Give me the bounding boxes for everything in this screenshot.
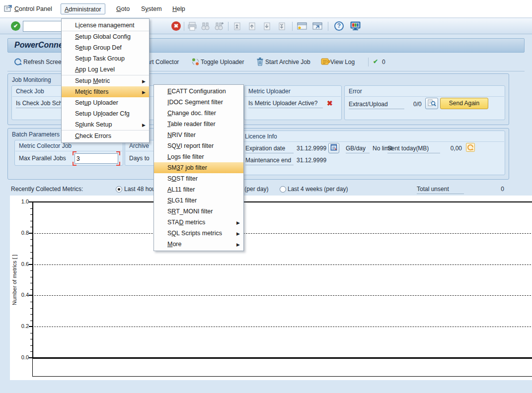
cancel-x-icon[interactable]: ✖ [171,21,181,31]
expiration-date-value: 31.12.9999 [297,145,326,152]
y-minor-tick [30,227,33,227]
focus-corner [73,162,76,166]
sent-refresh-icon[interactable] [466,143,475,153]
menu-item-ecatt-configuration[interactable]: ECATT Configuration [154,86,243,97]
enter-check-icon[interactable]: ✔ [11,21,20,31]
gridline [34,264,531,265]
group-divider [245,96,341,97]
menu-item-setup-metric[interactable]: Setup Metric▶ [62,75,149,86]
menubar-item-system[interactable]: System [138,3,165,14]
create-shortcut-icon[interactable] [312,22,323,32]
gridline [34,327,531,327]
y-minor-tick [30,239,33,240]
max-parallel-jobs-field-focus [75,153,118,164]
menu-item-setup-global-config[interactable]: Setup Global Config [62,31,149,42]
y-minor-tick [30,252,33,253]
refresh-icon[interactable] [14,58,22,67]
submenu-arrow-icon: ▶ [236,217,240,228]
error-group: Error Extract/Upload 0/0 Send Again [344,85,505,120]
menu-item-change-doc-filter[interactable]: Change doc. filter [154,108,243,119]
toolbar-separator [328,22,328,31]
menu-item-stad-metrics[interactable]: STAD metrics▶ [154,217,243,228]
menu-item-sm37-job-filter[interactable]: SM37 job filter [154,162,243,173]
radio-last-48-hours[interactable] [116,186,122,193]
menu-item-logs-file-filter[interactable]: Logs file filter [154,151,243,162]
menu-item-srt-moni-filter[interactable]: SRT_MONI filter [154,206,243,217]
new-session-icon[interactable] [297,22,307,32]
days-to-label: Days to [129,155,150,162]
find-next-icon[interactable] [214,22,224,32]
menu-item-nriv-filter[interactable]: NRIV filter [154,130,243,140]
submenu-arrow-icon: ▶ [142,120,146,131]
max-parallel-jobs-input[interactable] [75,153,118,164]
y-tick-label: 1.0 [13,198,29,204]
previous-page-icon[interactable] [247,22,256,32]
show-error-details-button[interactable] [425,98,438,109]
expiration-calendar-button[interactable] [328,143,339,153]
trash-icon[interactable] [256,57,264,67]
menu-item-idoc-segment-filter[interactable]: IDOC Segment filter [154,97,243,108]
y-major-tick [29,201,33,202]
submenu-arrow-icon: ▶ [142,76,146,87]
menu-item-table-reader-filter[interactable]: Table reader filter [154,119,243,130]
uploader-inactive-x-icon: ✖ [327,99,333,107]
menu-item-app-log-level[interactable]: App Log Level [62,64,149,75]
menu-item-setup-task-group[interactable]: Setup Task Group [62,53,149,64]
max-parallel-jobs-label: Max Parallel Jobs [19,155,66,162]
group-divider [345,96,504,97]
y-minor-tick [30,283,33,283]
menu-item-setup-uploader[interactable]: Setup Uploader [62,97,149,108]
gridline [34,295,531,296]
metric-collector-job-title: Metric Collector Job [19,142,72,149]
menubar-item-administrator[interactable]: Administrator [61,3,105,14]
menu-item-sql-scripts-metrics[interactable]: SQL Scripts metrics▶ [154,228,243,239]
first-page-icon[interactable] [232,22,241,32]
toggle-uploader-icon[interactable] [191,58,200,67]
menu-item-more[interactable]: More▶ [154,239,243,250]
menu-item-al11-filter[interactable]: AL11 filter [154,184,243,195]
radio-last-4-weeks[interactable] [280,186,286,193]
menu-item-splunk-setup[interactable]: Splunk Setup▶ [62,119,149,130]
toolbar-separator [292,22,293,31]
refresh-screen-button[interactable]: Refresh Screen [23,59,65,66]
start-archive-job-button[interactable]: Start Archive Job [265,59,310,66]
find-icon[interactable] [201,22,210,32]
toggle-uploader-button[interactable]: Toggle Uploader [201,59,244,66]
last-page-icon[interactable] [277,22,286,32]
send-again-button[interactable]: Send Again [440,98,488,109]
menu-item-sqvi-report-filter[interactable]: SQVI report filter [154,140,243,151]
chart-top-border [33,201,532,202]
ok-count: 0 [382,59,385,66]
y-minor-tick [30,321,33,321]
y-major-tick [29,264,33,265]
total-unsent-label: Total unsent [417,186,464,194]
maintenance-end-label: Maintenance end [245,157,294,165]
menu-item-setup-uploader-cfg[interactable]: Setup Uploader Cfg [62,108,149,119]
menubar-item-control-panel[interactable]: Control Panel [11,3,56,14]
y-tick-label: 0.6 [13,261,29,267]
menu-item-license-management[interactable]: License management [62,20,149,31]
y-minor-tick [30,351,33,352]
view-log-icon[interactable] [321,58,330,67]
print-icon[interactable] [187,22,197,32]
menu-item-check-errors[interactable]: Check Errors [62,131,149,141]
help-icon[interactable]: ? [334,21,344,31]
menu-item-setup-group-def[interactable]: Setup Group Def [62,42,149,53]
next-page-icon[interactable] [262,22,271,32]
menu-item-metric-filters[interactable]: Metric filters▶ [62,86,149,97]
menu-item-sost-filter[interactable]: SOST filter [154,173,243,184]
focus-corner [116,151,120,155]
focus-corner [116,162,120,166]
toolbar-separator [184,22,184,31]
menubar-item-help[interactable]: Help [169,3,189,14]
y-tick-label: 0.0 [13,354,29,360]
y-minor-tick [30,289,33,290]
customize-layout-icon[interactable] [350,21,361,33]
y-minor-tick [30,214,33,215]
job-monitoring-title: Job Monitoring [12,76,51,83]
radio-last-4-weeks-label[interactable]: Last 4 weeks (per day) [288,186,348,193]
menubar-item-goto[interactable]: Goto [113,3,133,14]
menu-item-slg1-filter[interactable]: SLG1 filter [154,195,243,206]
view-log-button[interactable]: View Log [330,59,355,66]
group-divider [241,141,504,142]
